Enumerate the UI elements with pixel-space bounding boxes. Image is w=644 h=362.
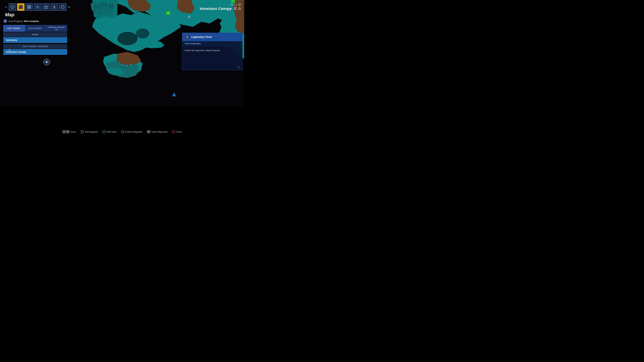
triangle-key: △: [102, 130, 105, 133]
tab-challenges[interactable]: Challenges: [25, 25, 46, 32]
svg-rect-5: [109, 3, 113, 8]
svg-rect-59: [174, 95, 175, 96]
tab-fast-travel[interactable]: Fast Travel: [3, 25, 25, 32]
nav-icon-diamond[interactable]: [9, 3, 16, 11]
zone-progress-text: Zone Progress: 64% Complete: [8, 20, 39, 22]
nav-icon-network[interactable]: [59, 3, 66, 11]
navigation-upload-arrow[interactable]: [171, 91, 177, 98]
control-close: ◎ Close: [172, 130, 182, 133]
legendary-hunt-panel: Legendary Hunt Crew Challenges Defeat th…: [182, 33, 242, 70]
svg-point-24: [130, 64, 132, 65]
svg-point-33: [37, 6, 38, 8]
svg-point-55: [187, 36, 188, 37]
zone-progress-icon: [3, 19, 7, 23]
left-panel: Zone Progress: 64% Complete Fast Travel …: [3, 19, 67, 56]
zone-progress-value: 64% Complete: [24, 20, 39, 22]
custom-waypoint-label: Custom Waypoint: [125, 131, 142, 133]
legendary-hunt-footer: [182, 64, 242, 70]
svg-marker-42: [9, 51, 10, 52]
svg-text:▲: ▲: [232, 1, 234, 3]
svg-point-45: [239, 3, 241, 5]
svg-point-23: [126, 65, 127, 66]
svg-point-2: [136, 28, 149, 38]
svg-point-1: [118, 32, 138, 45]
home-section-label: HOME: [3, 32, 67, 37]
close-label: Close: [176, 131, 182, 133]
fast-travel-label: Fast Travel Stations: [3, 44, 67, 49]
svg-rect-47: [234, 7, 236, 9]
sanctuary-button[interactable]: Sanctuary: [3, 37, 67, 43]
svg-rect-30: [29, 5, 31, 7]
svg-rect-4: [100, 2, 107, 7]
tab-bar: Fast Travel Challenges Friends Nearby (0…: [3, 25, 67, 32]
crew-challenges-label: Crew Challenges: [182, 41, 242, 46]
svg-marker-41: [9, 49, 10, 49]
legendary-hunt-title: Legendary Hunt: [191, 35, 212, 38]
nav-icon-inventory[interactable]: [26, 3, 33, 11]
nav-icon-missions[interactable]: [42, 3, 50, 11]
square-key: □: [121, 130, 124, 133]
tab-friends-nearby[interactable]: Friends Nearby (0): [46, 25, 67, 32]
legendary-hunt-header: Legendary Hunt: [182, 33, 242, 41]
map-title: Map: [5, 12, 14, 17]
zone-progress: Zone Progress: 64% Complete: [3, 19, 67, 23]
control-orbit-view: △ Orbit View: [102, 130, 116, 133]
cycle-waypoints-label: Cycle Waypoints: [151, 131, 167, 133]
r1-ctrl-key: R1: [147, 130, 150, 133]
control-zoom: L2 R2 Zoom: [62, 130, 76, 133]
nav-icon-map[interactable]: [17, 3, 24, 11]
svg-marker-43: [8, 50, 9, 50]
r1-badge: R1: [68, 6, 70, 8]
r2-key: R2: [66, 130, 70, 133]
nav-icon-challenges[interactable]: [51, 3, 58, 11]
svg-rect-3: [95, 5, 100, 8]
svg-point-46: [239, 4, 241, 5]
l2-key: L2: [62, 130, 66, 133]
set-waypoint-label: Set Waypoint: [85, 131, 98, 133]
l1-badge: L1: [5, 6, 7, 8]
top-nav: L1: [5, 3, 70, 11]
controls-bar: L2 R2 Zoom ○ Set Waypoint △ Orbit View □…: [62, 130, 182, 133]
svg-point-22: [122, 64, 123, 65]
voracious-canopy-button[interactable]: Voracious Canopy: [3, 49, 67, 55]
circle-key: ○: [81, 130, 84, 133]
orbit-view-label: Orbit View: [106, 131, 116, 133]
svg-text:$: $: [167, 12, 169, 14]
move-icon: [8, 49, 11, 52]
svg-marker-37: [61, 5, 64, 9]
control-cycle-waypoints: R1 Cycle Waypoints: [147, 130, 167, 133]
legendary-hunt-icon: [185, 34, 190, 39]
planet-name: Eden-6: [200, 3, 241, 6]
close-key: ◎: [172, 130, 175, 133]
svg-rect-29: [28, 5, 29, 7]
svg-marker-44: [10, 50, 11, 50]
svg-point-57: [238, 67, 239, 67]
planet-info: Eden-6 Voracious Canopy: [200, 3, 241, 11]
zone-name: Voracious Canopy: [200, 6, 241, 11]
svg-rect-32: [29, 7, 31, 9]
control-set-waypoint: ○ Set Waypoint: [81, 130, 98, 133]
control-custom-waypoint: □ Custom Waypoint: [121, 130, 142, 133]
legendary-hunt-description: Defeat the legendary Jabbermogwai.: [182, 46, 242, 64]
svg-rect-31: [28, 7, 29, 9]
zoom-label: Zoom: [70, 131, 76, 133]
svg-point-28: [20, 7, 21, 7]
svg-marker-34: [44, 5, 48, 9]
nav-icon-settings[interactable]: [34, 3, 41, 11]
